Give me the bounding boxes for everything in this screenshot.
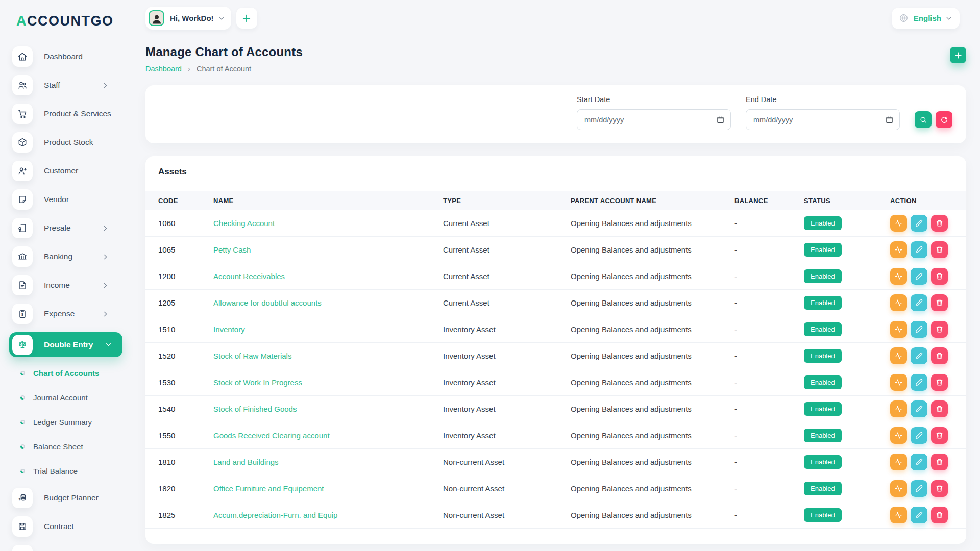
- sidebar-item[interactable]: Expense: [12, 304, 122, 324]
- table-row: 1205 Allowance for doubtful accounts Cur…: [145, 290, 966, 316]
- activity-button[interactable]: [890, 480, 907, 497]
- activity-button[interactable]: [890, 321, 907, 338]
- edit-button[interactable]: [911, 507, 927, 523]
- activity-icon: [895, 405, 902, 413]
- sidebar-item[interactable]: Dashboard: [12, 46, 122, 67]
- sidebar-item[interactable]: Staff: [12, 75, 122, 95]
- account-name-link[interactable]: Office Furniture and Equipement: [213, 484, 443, 493]
- edit-button[interactable]: [911, 480, 927, 497]
- edit-button[interactable]: [911, 347, 927, 364]
- end-date-input[interactable]: [746, 109, 900, 130]
- delete-button[interactable]: [931, 374, 948, 391]
- app-logo[interactable]: ACCOUNTGO: [16, 13, 131, 29]
- main-content: Hi, WorkDo! English Manage Chart of Acco…: [131, 0, 980, 551]
- edit-button[interactable]: [911, 321, 927, 338]
- sidebar-item-icon-tile: [12, 275, 33, 295]
- submenu-item[interactable]: Journal Account: [12, 390, 131, 405]
- account-name-link[interactable]: Inventory: [213, 325, 443, 334]
- edit-button[interactable]: [911, 454, 927, 470]
- status-badge: Enabled: [804, 243, 842, 257]
- trash-icon: [936, 325, 943, 333]
- submenu-item[interactable]: Ledger Summary: [12, 414, 131, 430]
- edit-button[interactable]: [911, 374, 927, 391]
- activity-button[interactable]: [890, 268, 907, 285]
- edit-button[interactable]: [911, 427, 927, 444]
- create-account-button[interactable]: [950, 47, 966, 63]
- activity-button[interactable]: [890, 347, 907, 364]
- account-name-link[interactable]: Allowance for doubtful accounts: [213, 298, 443, 307]
- breadcrumb: Dashboard › Chart of Account: [145, 64, 303, 73]
- account-name-link[interactable]: Goods Received Clearing account: [213, 431, 443, 440]
- submenu-item[interactable]: Trial Balance: [12, 463, 131, 479]
- quick-add-button[interactable]: [236, 8, 257, 29]
- sidebar-item[interactable]: Income: [12, 275, 122, 295]
- account-code: 1060: [158, 219, 213, 228]
- account-name-link[interactable]: Stock of Raw Materials: [213, 352, 443, 360]
- delete-button[interactable]: [931, 215, 948, 232]
- sidebar-item[interactable]: Banking: [12, 246, 122, 267]
- account-name-link[interactable]: Accum.depreciation-Furn. and Equip: [213, 511, 443, 519]
- language-selector[interactable]: English: [892, 8, 960, 29]
- search-button[interactable]: [915, 111, 932, 128]
- edit-button[interactable]: [911, 294, 927, 311]
- submenu-item-label: Chart of Accounts: [33, 369, 99, 378]
- edit-button[interactable]: [911, 215, 927, 232]
- account-name-link[interactable]: Account Receivables: [213, 272, 443, 281]
- sidebar-item[interactable]: Budget Planner: [12, 488, 122, 508]
- submenu-item[interactable]: Chart of Accounts: [12, 365, 131, 381]
- user-menu[interactable]: Hi, WorkDo!: [145, 7, 231, 30]
- delete-button[interactable]: [931, 268, 948, 285]
- sidebar-item[interactable]: Customer: [12, 161, 122, 181]
- activity-icon: [895, 246, 902, 254]
- delete-button[interactable]: [931, 507, 948, 523]
- submenu-item[interactable]: Balance Sheet: [12, 439, 131, 454]
- clipboard-dollar-icon: [17, 309, 28, 319]
- account-code: 1065: [158, 245, 213, 254]
- activity-button[interactable]: [890, 507, 907, 523]
- pencil-icon: [915, 405, 923, 413]
- delete-button[interactable]: [931, 241, 948, 258]
- table-row: 1825 Accum.depreciation-Furn. and Equip …: [145, 502, 966, 529]
- account-name-link[interactable]: Stock of Work In Progress: [213, 378, 443, 387]
- activity-button[interactable]: [890, 374, 907, 391]
- activity-button[interactable]: [890, 294, 907, 311]
- account-code: 1810: [158, 458, 213, 466]
- activity-button[interactable]: [890, 241, 907, 258]
- status-badge: Enabled: [804, 482, 842, 495]
- delete-button[interactable]: [931, 427, 948, 444]
- sidebar-item[interactable]: Product & Services: [12, 104, 122, 124]
- account-name-link[interactable]: Stock of Finished Goods: [213, 405, 443, 413]
- delete-button[interactable]: [931, 294, 948, 311]
- sidebar-item[interactable]: Double Entry: [9, 332, 122, 357]
- language-label: English: [914, 14, 941, 22]
- start-date-input[interactable]: [577, 109, 731, 130]
- sidebar-item[interactable]: Product Stock: [12, 132, 122, 153]
- delete-button[interactable]: [931, 480, 948, 497]
- account-code: 1550: [158, 431, 213, 440]
- delete-button[interactable]: [931, 454, 948, 470]
- sidebar-item[interactable]: Presale: [12, 218, 122, 238]
- delete-button[interactable]: [931, 347, 948, 364]
- chevron-right-icon: [102, 82, 109, 89]
- activity-button[interactable]: [890, 400, 907, 417]
- account-name-link[interactable]: Checking Account: [213, 219, 443, 228]
- breadcrumb-dashboard-link[interactable]: Dashboard: [145, 65, 182, 73]
- delete-button[interactable]: [931, 321, 948, 338]
- edit-button[interactable]: [911, 268, 927, 285]
- delete-button[interactable]: [931, 400, 948, 417]
- chevron-right-icon: [102, 310, 109, 318]
- account-name-link[interactable]: Land and Buildings: [213, 458, 443, 466]
- activity-button[interactable]: [890, 427, 907, 444]
- account-name-link[interactable]: Petty Cash: [213, 245, 443, 254]
- account-balance: -: [734, 245, 804, 254]
- edit-button[interactable]: [911, 241, 927, 258]
- edit-button[interactable]: [911, 400, 927, 417]
- reset-button[interactable]: [936, 111, 952, 128]
- sidebar-item[interactable]: Goal: [12, 545, 122, 551]
- account-type: Non-current Asset: [443, 484, 571, 493]
- activity-button[interactable]: [890, 454, 907, 470]
- activity-button[interactable]: [890, 215, 907, 232]
- column-header: PARENT ACCOUNT NAME: [571, 197, 734, 205]
- sidebar-item[interactable]: Contract: [12, 516, 122, 537]
- sidebar-item[interactable]: Vendor: [12, 189, 122, 210]
